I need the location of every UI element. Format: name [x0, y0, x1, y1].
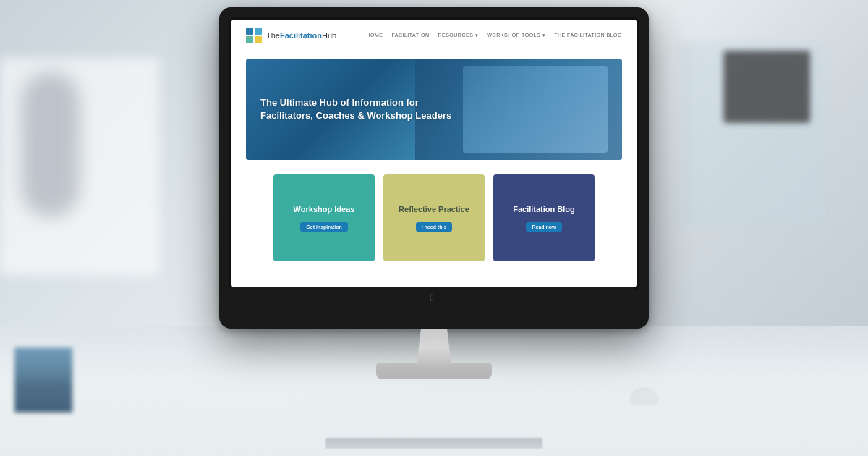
- card-facilitation-blog-title: Facilitation Blog: [513, 204, 575, 214]
- card-workshop-ideas-title: Workshop Ideas: [294, 204, 355, 214]
- logo-icon: [246, 28, 262, 43]
- nav-blog[interactable]: THE FACILITATION BLOG: [554, 33, 622, 38]
- monitor-stand-neck: [412, 329, 456, 365]
- card-workshop-ideas[interactable]: Workshop Ideas Get inspiration: [273, 174, 375, 261]
- monitor-screen: TheFacilitationHub HOME FACILITATION RES…: [231, 20, 637, 287]
- bg-books: [14, 347, 72, 413]
- apple-logo-icon: : [430, 292, 433, 303]
- nav-workshop-tools[interactable]: WORKSHOP TOOLS: [487, 33, 545, 38]
- card-facilitation-blog[interactable]: Facilitation Blog Read now: [493, 174, 595, 261]
- navigation: TheFacilitationHub HOME FACILITATION RES…: [231, 20, 637, 51]
- hero-content: The Ultimate Hub of Information for Faci…: [260, 96, 463, 122]
- monitor-stand-base: [376, 363, 492, 379]
- desk-laptop: [326, 438, 542, 449]
- logo-square-4: [255, 36, 262, 43]
- desk-mouse: [629, 387, 658, 405]
- monitor-inner-bezel: TheFacilitationHub HOME FACILITATION RES…: [229, 17, 639, 290]
- logo-suffix: Hub: [322, 31, 336, 40]
- card-reflective-practice-button[interactable]: I need this: [416, 222, 453, 232]
- card-facilitation-blog-button[interactable]: Read now: [526, 222, 561, 232]
- logo-square-3: [246, 36, 253, 43]
- card-reflective-practice[interactable]: Reflective Practice I need this: [383, 174, 485, 261]
- monitor-chin: : [229, 287, 634, 307]
- monitor-bezel: TheFacilitationHub HOME FACILITATION RES…: [219, 7, 649, 329]
- hero-banner: The Ultimate Hub of Information for Faci…: [246, 59, 622, 160]
- hero-title: The Ultimate Hub of Information for Faci…: [260, 96, 463, 122]
- logo-main: Facilitation: [280, 31, 322, 40]
- logo-square-1: [246, 28, 253, 35]
- logo-square-2: [255, 28, 262, 35]
- nav-links: HOME FACILITATION RESOURCES WORKSHOP TOO…: [366, 33, 622, 38]
- website-content: TheFacilitationHub HOME FACILITATION RES…: [231, 20, 637, 287]
- logo-text: TheFacilitationHub: [266, 31, 336, 40]
- card-workshop-ideas-button[interactable]: Get inspiration: [300, 222, 347, 232]
- monitor: TheFacilitationHub HOME FACILITATION RES…: [219, 7, 649, 379]
- cards-section: Workshop Ideas Get inspiration Reflectiv…: [231, 160, 637, 276]
- card-reflective-practice-title: Reflective Practice: [399, 204, 469, 214]
- bg-person-silhouette: [22, 72, 80, 217]
- nav-facilitation[interactable]: FACILITATION: [391, 33, 429, 38]
- hero-laptop-image: [463, 66, 608, 153]
- nav-home[interactable]: HOME: [366, 33, 383, 38]
- logo-prefix: The: [266, 31, 280, 40]
- nav-resources[interactable]: RESOURCES: [438, 33, 478, 38]
- logo[interactable]: TheFacilitationHub: [246, 28, 336, 43]
- bg-monitor-right: [723, 51, 810, 123]
